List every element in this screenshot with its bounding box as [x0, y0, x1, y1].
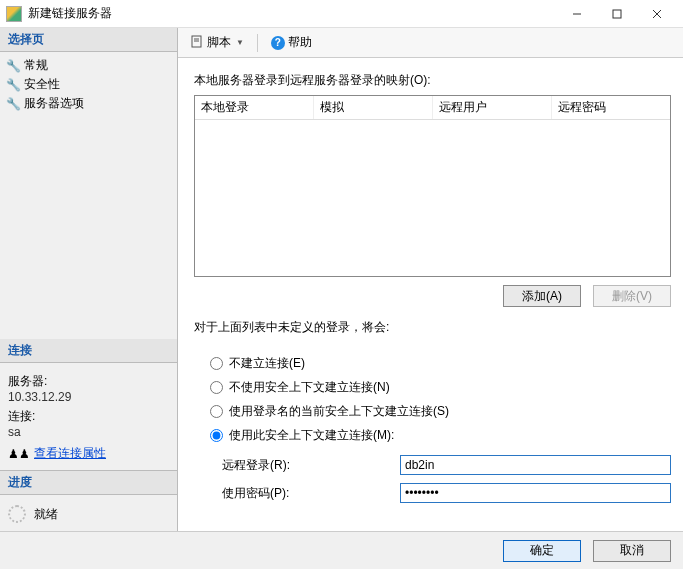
- radio-input[interactable]: [210, 357, 223, 370]
- radio-current-security-context[interactable]: 使用登录名的当前安全上下文建立连接(S): [210, 403, 671, 420]
- sidebar-item-general[interactable]: 🔧 常规: [4, 56, 173, 75]
- content-body: 本地服务器登录到远程服务器登录的映射(O): 本地登录 模拟 远程用户 远程密码…: [178, 58, 683, 531]
- th-impersonate[interactable]: 模拟: [314, 96, 433, 119]
- minimize-button[interactable]: [557, 2, 597, 26]
- progress-section: 就绪: [0, 495, 177, 531]
- nav-list: 🔧 常规 🔧 安全性 🔧 服务器选项: [0, 52, 177, 117]
- toolbar-divider: [257, 34, 258, 52]
- password-input[interactable]: [400, 483, 671, 503]
- svg-rect-1: [613, 10, 621, 18]
- undefined-logins-label: 对于上面列表中未定义的登录，将会:: [194, 319, 671, 336]
- chevron-down-icon: ▼: [236, 38, 244, 47]
- app-icon: [6, 6, 22, 22]
- main-area: 选择页 🔧 常规 🔧 安全性 🔧 服务器选项 连接 服务器: 10.33.12.…: [0, 28, 683, 531]
- view-props-link[interactable]: 查看连接属性: [34, 445, 106, 462]
- maximize-icon: [612, 9, 622, 19]
- remote-login-label: 远程登录(R):: [222, 457, 392, 474]
- login-behavior-radio-group: 不建立连接(E) 不使用安全上下文建立连接(N) 使用登录名的当前安全上下文建立…: [210, 348, 671, 451]
- progress-header: 进度: [0, 471, 177, 495]
- sidebar-item-security[interactable]: 🔧 安全性: [4, 75, 173, 94]
- titlebar: 新建链接服务器: [0, 0, 683, 28]
- radio-label: 使用此安全上下文建立连接(M):: [229, 427, 394, 444]
- wrench-icon: 🔧: [6, 78, 20, 92]
- dialog-footer: 确定 取消: [0, 531, 683, 569]
- th-local-login[interactable]: 本地登录: [195, 96, 314, 119]
- th-remote-password[interactable]: 远程密码: [552, 96, 670, 119]
- help-label: 帮助: [288, 34, 312, 51]
- th-remote-user[interactable]: 远程用户: [433, 96, 552, 119]
- close-button[interactable]: [637, 2, 677, 26]
- wrench-icon: 🔧: [6, 59, 20, 73]
- toolbar: 脚本 ▼ ? 帮助: [178, 28, 683, 58]
- table-buttons-row: 添加(A) 删除(V): [194, 285, 671, 307]
- select-page-header: 选择页: [0, 28, 177, 52]
- sidebar: 选择页 🔧 常规 🔧 安全性 🔧 服务器选项 连接 服务器: 10.33.12.…: [0, 28, 178, 531]
- password-row: 使用密码(P):: [222, 483, 671, 503]
- radio-this-security-context[interactable]: 使用此安全上下文建立连接(M):: [210, 427, 671, 444]
- minimize-icon: [572, 9, 582, 19]
- radio-no-connection[interactable]: 不建立连接(E): [210, 355, 671, 372]
- script-button[interactable]: 脚本 ▼: [186, 32, 248, 53]
- progress-status: 就绪: [34, 506, 58, 523]
- close-icon: [652, 9, 662, 19]
- script-label: 脚本: [207, 34, 231, 51]
- table-header-row: 本地登录 模拟 远程用户 远程密码: [195, 96, 670, 120]
- connection-section: 服务器: 10.33.12.29 连接: sa ♟♟ 查看连接属性: [0, 363, 177, 470]
- radio-input[interactable]: [210, 429, 223, 442]
- window-controls: [557, 2, 677, 26]
- radio-no-security-context[interactable]: 不使用安全上下文建立连接(N): [210, 379, 671, 396]
- progress-spinner-icon: [8, 505, 26, 523]
- help-icon: ?: [271, 36, 285, 50]
- remote-login-input[interactable]: [400, 455, 671, 475]
- radio-input[interactable]: [210, 381, 223, 394]
- sidebar-item-label: 常规: [24, 57, 48, 74]
- radio-label: 不使用安全上下文建立连接(N): [229, 379, 390, 396]
- content-pane: 脚本 ▼ ? 帮助 本地服务器登录到远程服务器登录的映射(O): 本地登录 模拟…: [178, 28, 683, 531]
- remove-button: 删除(V): [593, 285, 671, 307]
- remote-login-row: 远程登录(R):: [222, 455, 671, 475]
- view-connection-properties[interactable]: ♟♟ 查看连接属性: [8, 445, 169, 462]
- radio-label: 不建立连接(E): [229, 355, 305, 372]
- sidebar-item-label: 安全性: [24, 76, 60, 93]
- maximize-button[interactable]: [597, 2, 637, 26]
- sidebar-item-label: 服务器选项: [24, 95, 84, 112]
- connection-header: 连接: [0, 339, 177, 363]
- sidebar-item-server-options[interactable]: 🔧 服务器选项: [4, 94, 173, 113]
- login-mapping-table[interactable]: 本地登录 模拟 远程用户 远程密码: [194, 95, 671, 277]
- conn-label: 连接:: [8, 408, 169, 425]
- add-button[interactable]: 添加(A): [503, 285, 581, 307]
- wrench-icon: 🔧: [6, 97, 20, 111]
- mapping-label: 本地服务器登录到远程服务器登录的映射(O):: [194, 72, 671, 89]
- script-icon: [190, 34, 204, 51]
- radio-input[interactable]: [210, 405, 223, 418]
- password-label: 使用密码(P):: [222, 485, 392, 502]
- radio-label: 使用登录名的当前安全上下文建立连接(S): [229, 403, 449, 420]
- help-button[interactable]: ? 帮助: [267, 32, 316, 53]
- cancel-button[interactable]: 取消: [593, 540, 671, 562]
- ok-button[interactable]: 确定: [503, 540, 581, 562]
- conn-value: sa: [8, 425, 169, 439]
- properties-icon: ♟♟: [8, 447, 30, 461]
- server-label: 服务器:: [8, 373, 169, 390]
- window-title: 新建链接服务器: [28, 5, 557, 22]
- server-value: 10.33.12.29: [8, 390, 169, 404]
